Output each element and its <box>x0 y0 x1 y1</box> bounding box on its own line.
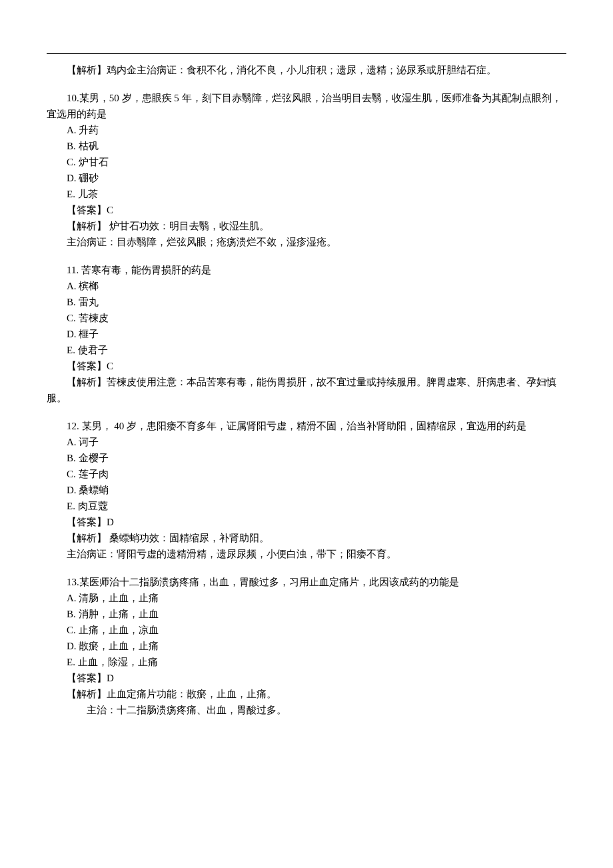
item9-analysis: 【解析】鸡内金主治病证：食积不化，消化不良，小儿疳积；遗尿，遗精；泌尿系或肝胆结… <box>47 62 566 78</box>
item13-analysis1: 【解析】止血定痛片功能：散瘀，止血，止痛。 <box>67 686 566 702</box>
item10-block: 10.某男，50 岁，患眼疾 5 年，刻下目赤翳障，烂弦风眼，治当明目去翳，收湿… <box>47 90 566 250</box>
item12-option-d: D. 桑螵蛸 <box>67 482 566 498</box>
item11-option-b: B. 雷丸 <box>67 294 566 310</box>
item12-analysis2: 主治病证：肾阳亏虚的遗精滑精，遗尿尿频，小便白浊，带下；阳痿不育。 <box>67 546 566 562</box>
item12-option-e: E. 肉豆蔻 <box>67 498 566 514</box>
item13-option-b: B. 消肿，止痛，止血 <box>67 606 566 622</box>
item13-block: 13.某医师治十二指肠溃疡疼痛，出血，胃酸过多，习用止血定痛片，此因该成药的功能… <box>47 574 566 718</box>
item13-question: 13.某医师治十二指肠溃疡疼痛，出血，胃酸过多，习用止血定痛片，此因该成药的功能… <box>47 574 566 590</box>
item11-question: 11. 苦寒有毒，能伤胃损肝的药是 <box>47 262 566 278</box>
item10-analysis2: 主治病证：目赤翳障，烂弦风眼；疮疡溃烂不敛，湿疹湿疮。 <box>67 234 566 250</box>
item12-analysis1: 【解析】 桑螵蛸功效：固精缩尿，补肾助阳。 <box>67 530 566 546</box>
item13-option-e: E. 止血，除湿，止痛 <box>67 654 566 670</box>
item11-option-c: C. 苦楝皮 <box>67 310 566 326</box>
item12-option-c: C. 莲子肉 <box>67 466 566 482</box>
divider-line <box>47 53 566 54</box>
item11-block: 11. 苦寒有毒，能伤胃损肝的药是 A. 槟榔 B. 雷丸 C. 苦楝皮 D. … <box>47 262 566 406</box>
item11-option-d: D. 榧子 <box>67 326 566 342</box>
item13-option-c: C. 止痛，止血，凉血 <box>67 622 566 638</box>
item10-answer: 【答案】C <box>67 202 566 218</box>
item11-answer: 【答案】C <box>67 358 566 374</box>
item10-question: 10.某男，50 岁，患眼疾 5 年，刻下目赤翳障，烂弦风眼，治当明目去翳，收湿… <box>47 90 566 122</box>
item11-analysis: 【解析】苦楝皮使用注意：本品苦寒有毒，能伤胃损肝，故不宜过量或持续服用。脾胃虚寒… <box>47 374 566 406</box>
item10-option-b: B. 枯矾 <box>67 138 566 154</box>
item12-question: 12. 某男， 40 岁，患阳痿不育多年，证属肾阳亏虚，精滑不固，治当补肾助阳，… <box>47 418 566 434</box>
item13-option-a: A. 清肠，止血，止痛 <box>67 590 566 606</box>
item11-option-e: E. 使君子 <box>67 342 566 358</box>
item12-block: 12. 某男， 40 岁，患阳痿不育多年，证属肾阳亏虚，精滑不固，治当补肾助阳，… <box>47 418 566 562</box>
item10-option-c: C. 炉甘石 <box>67 154 566 170</box>
item9-analysis-block: 【解析】鸡内金主治病证：食积不化，消化不良，小儿疳积；遗尿，遗精；泌尿系或肝胆结… <box>47 62 566 78</box>
item10-option-e: E. 儿茶 <box>67 186 566 202</box>
item13-answer: 【答案】D <box>67 670 566 686</box>
item10-option-d: D. 硼砂 <box>67 170 566 186</box>
item12-option-b: B. 金樱子 <box>67 450 566 466</box>
item10-analysis1: 【解析】 炉甘石功效：明目去翳，收湿生肌。 <box>67 218 566 234</box>
item10-option-a: A. 升药 <box>67 122 566 138</box>
item13-option-d: D. 散瘀，止血，止痛 <box>67 638 566 654</box>
item12-option-a: A. 诃子 <box>67 434 566 450</box>
item12-answer: 【答案】D <box>67 514 566 530</box>
item13-analysis2: 主治：十二指肠溃疡疼痛、出血，胃酸过多。 <box>87 702 566 718</box>
item11-option-a: A. 槟榔 <box>67 278 566 294</box>
